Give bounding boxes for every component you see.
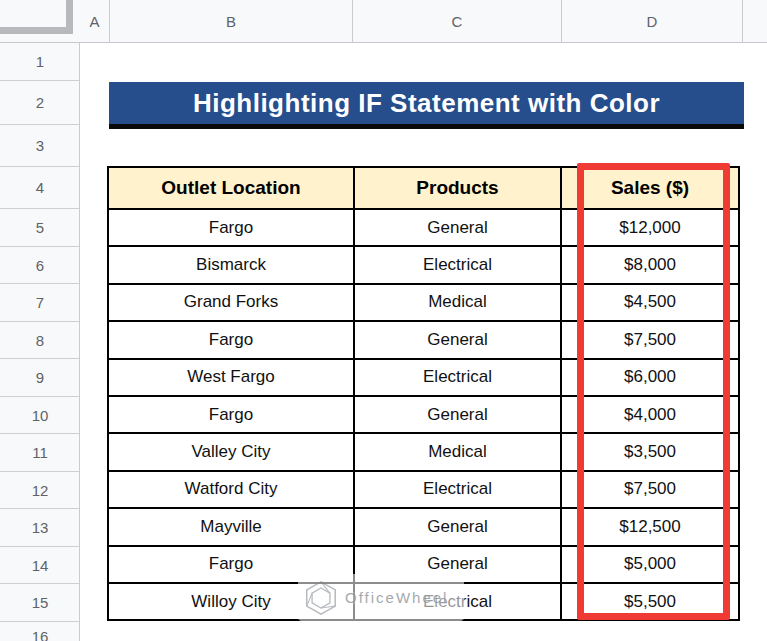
table-cell[interactable]: General	[355, 210, 560, 245]
table-cell[interactable]: Bismarck	[109, 247, 353, 282]
table-cell[interactable]: General	[355, 322, 560, 357]
table-header-products[interactable]: Products	[355, 168, 560, 208]
column-header-strip: A B C D	[0, 0, 767, 43]
row-header-10[interactable]: 10	[0, 397, 80, 434]
row-header-15[interactable]: 15	[0, 584, 80, 622]
officewheel-hexagon-logo-icon	[302, 579, 340, 617]
table-cell[interactable]: Fargo	[109, 397, 353, 432]
table-header-outlet-location[interactable]: Outlet Location	[109, 168, 353, 208]
row-header-11[interactable]: 11	[0, 434, 80, 472]
table-cell[interactable]: General	[355, 397, 560, 432]
column-header-b[interactable]: B	[110, 0, 353, 43]
table-cell[interactable]: West Fargo	[109, 360, 353, 395]
highlight-box	[577, 163, 730, 620]
table-cell[interactable]: General	[355, 509, 560, 544]
row-header-7[interactable]: 7	[0, 284, 80, 322]
row-header-3[interactable]: 3	[0, 125, 80, 167]
table-cell[interactable]: Medical	[355, 285, 560, 320]
row-header-14[interactable]: 14	[0, 547, 80, 584]
table-cell[interactable]: Mayville	[109, 509, 353, 544]
table-cell[interactable]: Electrical	[355, 472, 560, 507]
row-header-5[interactable]: 5	[0, 209, 80, 247]
spreadsheet-canvas: A B C D 1 2 3 4 5 6 7 8 9 10 11 12 13 14…	[0, 0, 767, 641]
row-header-1[interactable]: 1	[0, 43, 80, 81]
row-header-9[interactable]: 9	[0, 359, 80, 397]
row-header-16[interactable]: 16	[0, 622, 80, 641]
table-cell[interactable]: Watford City	[109, 472, 353, 507]
table-cell[interactable]: Electrical	[355, 360, 560, 395]
row-header-4[interactable]: 4	[0, 167, 80, 209]
page-title: Highlighting IF Statement with Color	[193, 88, 660, 119]
column-header-a[interactable]: A	[80, 0, 110, 43]
table-cell[interactable]: Fargo	[109, 322, 353, 357]
column-header-c[interactable]: C	[353, 0, 562, 43]
row-header-13[interactable]: 13	[0, 509, 80, 547]
watermark: OfficeWheel	[298, 574, 464, 621]
watermark-text: OfficeWheel	[345, 589, 448, 606]
column-header-d[interactable]: D	[562, 0, 743, 43]
row-header-8[interactable]: 8	[0, 322, 80, 359]
select-all-corner[interactable]	[0, 0, 73, 34]
table-cell[interactable]: Fargo	[109, 210, 353, 245]
column-header-e-stub[interactable]	[743, 0, 767, 43]
row-header-2[interactable]: 2	[0, 81, 80, 125]
row-header-strip: 1 2 3 4 5 6 7 8 9 10 11 12 13 14 15 16	[0, 43, 80, 641]
row-header-12[interactable]: 12	[0, 472, 80, 509]
table-cell[interactable]: Medical	[355, 434, 560, 469]
title-banner-cell[interactable]: Highlighting IF Statement with Color	[109, 82, 744, 129]
row-header-6[interactable]: 6	[0, 247, 80, 284]
table-cell[interactable]: Electrical	[355, 247, 560, 282]
table-cell[interactable]: Grand Forks	[109, 285, 353, 320]
table-cell[interactable]: Valley City	[109, 434, 353, 469]
